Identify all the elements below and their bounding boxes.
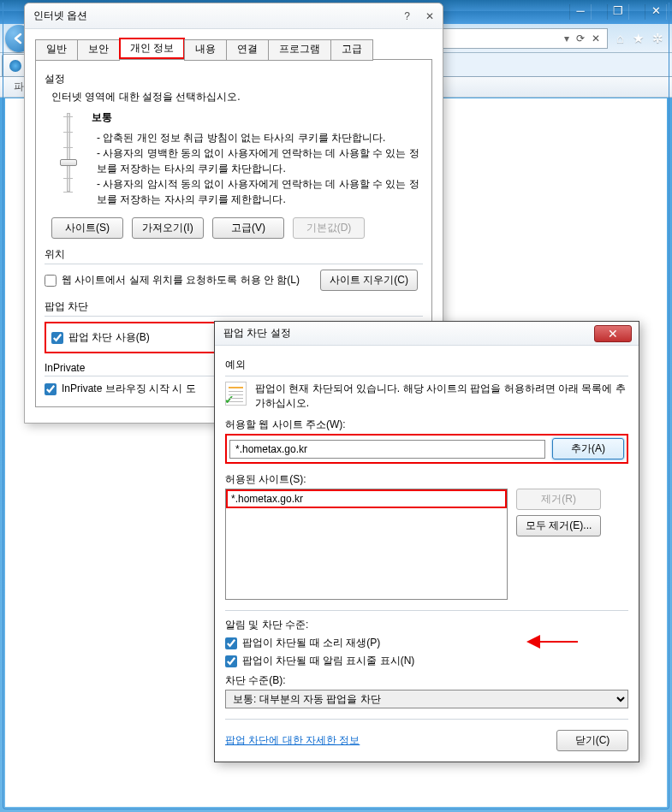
popup-blocker-checkbox-row[interactable]: 팝업 차단 사용(B) <box>51 330 150 345</box>
privacy-bullet: 사용자의 명백한 동의 없이 사용자에게 연락하는 데 사용할 수 있는 정보를… <box>97 145 423 176</box>
popup-blocker-settings-dialog: 팝업 차단 설정 ✕ 예외 ✓ 팝업이 현재 차단되어 있습니다. 해당 사이트… <box>214 321 639 762</box>
popup-dialog-titlebar: 팝업 차단 설정 ✕ <box>215 322 639 346</box>
import-button[interactable]: 가져오기(I) <box>132 217 204 239</box>
settings-desc: 인터넷 영역에 대한 설정을 선택하십시오. <box>51 90 423 104</box>
bar-checkbox[interactable] <box>225 655 237 667</box>
popup-blocker-checkbox[interactable] <box>51 332 63 344</box>
popup-dialog-title: 팝업 차단 설정 <box>223 326 291 341</box>
allowed-sites-label: 허용된 사이트(S): <box>225 472 628 487</box>
block-level-label: 차단 수준(B): <box>225 673 628 688</box>
options-tabs: 일반 보안 개인 정보 내용 연결 프로그램 고급 <box>35 38 432 59</box>
dialog-close-button[interactable]: ✕ <box>425 10 434 22</box>
allow-address-label: 허용할 웹 사이트 주소(W): <box>225 418 628 432</box>
clear-sites-button[interactable]: 사이트 지우기(C) <box>320 270 418 291</box>
popup-dialog-close-button[interactable]: ✕ <box>594 325 632 342</box>
tab-privacy[interactable]: 개인 정보 <box>119 38 185 59</box>
toolbar-icons: ⌂ ★ ✲ <box>613 31 667 46</box>
favorites-icon[interactable]: ★ <box>633 31 644 46</box>
exceptions-desc: 팝업이 현재 차단되어 있습니다. 해당 사이트의 팝업을 허용하려면 아래 목… <box>255 382 628 411</box>
exceptions-icon: ✓ <box>225 382 247 406</box>
location-checkbox-row[interactable]: 웹 사이트에서 실제 위치를 요청하도록 허용 안 함(L) <box>45 273 300 287</box>
remove-all-button[interactable]: 모두 제거(E)... <box>516 515 601 536</box>
window-minimize-button[interactable]: ─ <box>569 4 592 20</box>
location-checkbox-label: 웹 사이트에서 실제 위치를 요청하도록 허용 안 함(L) <box>62 273 300 287</box>
slider-text: 보통 압축된 개인 정보 취급 방침이 없는 타사의 쿠키를 차단합니다. 사용… <box>92 110 423 207</box>
inprivate-checkbox[interactable] <box>45 383 56 395</box>
privacy-bullet: 압축된 개인 정보 취급 방침이 없는 타사의 쿠키를 차단합니다. <box>97 130 423 145</box>
close-dialog-button[interactable]: 닫기(C) <box>556 730 628 751</box>
settings-label: 설정 <box>45 72 423 86</box>
notification-label: 알림 및 차단 수준: <box>225 618 628 632</box>
sites-button[interactable]: 사이트(S) <box>51 217 123 239</box>
tab-general[interactable]: 일반 <box>35 39 78 61</box>
location-checkbox[interactable] <box>45 275 56 287</box>
stop-button[interactable]: ✕ <box>588 33 604 44</box>
dialog-titlebar: 인터넷 옵션 ? ✕ <box>25 3 443 29</box>
bar-checkbox-label: 팝업이 차단될 때 알림 표시줄 표시(N) <box>242 654 414 668</box>
home-icon[interactable]: ⌂ <box>616 31 624 46</box>
tab-advanced[interactable]: 고급 <box>330 39 373 61</box>
advanced-button[interactable]: 고급(V) <box>212 217 284 239</box>
sound-checkbox-label: 팝업이 차단될 때 소리 재생(P) <box>242 636 380 650</box>
dialog-title: 인터넷 옵션 <box>33 9 87 23</box>
tab-favicon <box>9 60 21 72</box>
sound-checkbox[interactable] <box>225 637 237 649</box>
exceptions-label: 예외 <box>225 358 628 372</box>
tab-security[interactable]: 보안 <box>77 39 120 61</box>
privacy-level: 보통 <box>92 111 112 123</box>
allow-address-input[interactable] <box>229 440 545 459</box>
bar-checkbox-row[interactable]: 팝업이 차단될 때 알림 표시줄 표시(N) <box>225 654 628 668</box>
sound-checkbox-row[interactable]: 팝업이 차단될 때 소리 재생(P) <box>225 636 628 650</box>
tab-content[interactable]: 내용 <box>184 39 227 61</box>
allowed-site-item[interactable]: *.hometax.go.kr <box>226 489 507 508</box>
window-maximize-button[interactable]: ❐ <box>607 4 629 20</box>
block-level-select[interactable]: 보통: 대부분의 자동 팝업을 차단 <box>225 690 628 708</box>
privacy-bullet: 사용자의 암시적 동의 없이 사용자에게 연락하는 데 사용할 수 있는 정보를… <box>97 176 423 207</box>
location-label: 위치 <box>45 247 423 262</box>
inprivate-checkbox-label: InPrivate 브라우징 시작 시 도 <box>62 382 196 396</box>
tab-connections[interactable]: 연결 <box>226 39 269 61</box>
tools-icon[interactable]: ✲ <box>652 31 663 46</box>
privacy-slider-row: 보통 압축된 개인 정보 취급 방침이 없는 타사의 쿠키를 차단합니다. 사용… <box>45 110 423 207</box>
popup-label: 팝업 차단 <box>45 299 423 314</box>
remove-button: 제거(R) <box>516 489 601 510</box>
popup-blocker-checkbox-label: 팝업 차단 사용(B) <box>68 330 150 345</box>
dialog-help-button[interactable]: ? <box>404 10 410 22</box>
add-button[interactable]: 추가(A) <box>552 438 624 459</box>
privacy-slider[interactable] <box>58 110 78 195</box>
window-close-button[interactable]: ✕ <box>645 4 667 20</box>
allowed-sites-listbox[interactable]: *.hometax.go.kr <box>225 489 508 600</box>
more-info-link[interactable]: 팝업 차단에 대한 자세한 정보 <box>225 733 360 748</box>
default-button: 기본값(D) <box>293 217 365 239</box>
refresh-button[interactable]: ⟳ <box>573 33 588 44</box>
address-dropdown[interactable]: ▾ <box>561 33 573 44</box>
tab-programs[interactable]: 프로그램 <box>268 39 331 61</box>
